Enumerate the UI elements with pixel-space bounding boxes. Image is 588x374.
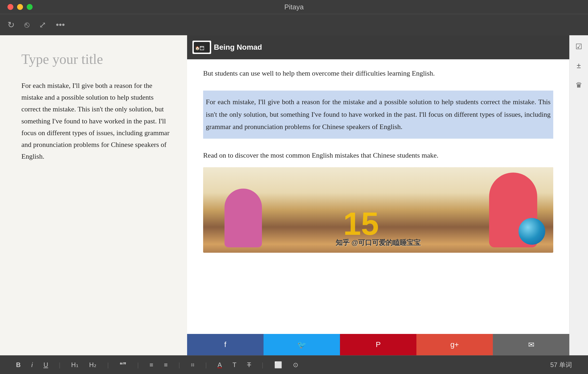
italic-button[interactable]: i bbox=[31, 361, 33, 369]
editor-body-text[interactable]: For each mistake, I'll give both a reaso… bbox=[21, 80, 171, 162]
share-icon[interactable]: ⎋ bbox=[24, 20, 29, 30]
student-figure bbox=[225, 189, 262, 247]
link-button[interactable]: ⌗ bbox=[191, 361, 195, 369]
logo-icon: 🏠👪 bbox=[192, 41, 211, 54]
fullscreen-icon[interactable]: ⤢ bbox=[39, 20, 46, 30]
browser-text-top: But students can use well to help them o… bbox=[203, 59, 553, 85]
browser-pane: 🏠👪 Being Nomad ≡ But students can use we… bbox=[187, 35, 569, 355]
bold-button[interactable]: B bbox=[16, 361, 21, 369]
crown-icon[interactable]: ♛ bbox=[573, 79, 585, 91]
browser-text-bottom: Read on to discover the most common Engl… bbox=[203, 144, 553, 167]
image-button[interactable]: ⬜ bbox=[274, 361, 282, 369]
right-sidebar: ☑ ± ♛ bbox=[569, 35, 588, 355]
email-share-button[interactable]: ✉ bbox=[493, 334, 569, 355]
browser-logo-text: Being Nomad bbox=[214, 43, 262, 52]
twitter-share-button[interactable]: 🐦 bbox=[264, 334, 340, 355]
main-area: Type your title For each mistake, I'll g… bbox=[0, 35, 588, 355]
minimize-button[interactable] bbox=[17, 4, 23, 10]
close-button[interactable] bbox=[7, 4, 13, 10]
editor-title-placeholder[interactable]: Type your title bbox=[21, 51, 171, 67]
text-color-button[interactable]: A bbox=[218, 361, 222, 369]
editor-pane[interactable]: Type your title For each mistake, I'll g… bbox=[0, 35, 187, 355]
window-controls bbox=[7, 4, 33, 10]
pinterest-share-button[interactable]: P bbox=[340, 334, 416, 355]
teacher-scene: 15 知乎 @可口可爱的瞌睡宝宝 bbox=[203, 167, 553, 253]
hamburger-menu-button[interactable]: ≡ bbox=[559, 190, 564, 201]
maximize-button[interactable] bbox=[27, 4, 33, 10]
facebook-share-button[interactable]: f bbox=[187, 334, 264, 355]
highlighted-paragraph: For each mistake, I'll give both a reaso… bbox=[203, 91, 553, 139]
font-T-button[interactable]: T bbox=[233, 361, 237, 369]
toolbar: ↻ ⎋ ⤢ ••• bbox=[0, 14, 588, 35]
h1-button[interactable]: H₁ bbox=[71, 361, 78, 369]
browser-logo: 🏠👪 Being Nomad bbox=[192, 41, 262, 54]
checkbox-icon[interactable]: ☑ bbox=[573, 41, 585, 52]
more-icon[interactable]: ••• bbox=[56, 20, 65, 30]
app-title: Pitaya bbox=[284, 3, 304, 11]
clock-button[interactable]: ⊙ bbox=[293, 361, 298, 369]
zhihu-watermark: 知乎 @可口可爱的瞌睡宝宝 bbox=[336, 238, 421, 247]
globe bbox=[519, 218, 545, 245]
social-bar: f 🐦 P g+ ✉ bbox=[187, 334, 569, 355]
svg-text:🏠👪: 🏠👪 bbox=[195, 46, 204, 50]
browser-nav: 🏠👪 Being Nomad ≡ bbox=[187, 35, 569, 59]
list-number-button[interactable]: ≡ bbox=[164, 361, 168, 369]
browser-content-area[interactable]: But students can use well to help them o… bbox=[187, 59, 569, 326]
title-bar: Pitaya bbox=[0, 0, 588, 14]
quote-button[interactable]: ❝❞ bbox=[119, 361, 126, 369]
google-plus-share-button[interactable]: g+ bbox=[416, 334, 493, 355]
strikethrough-button[interactable]: T bbox=[247, 361, 251, 369]
underline-button[interactable]: U bbox=[44, 361, 48, 369]
article-image: 15 知乎 @可口可爱的瞌睡宝宝 bbox=[203, 167, 553, 253]
word-count[interactable]: 57 单词 bbox=[550, 361, 572, 369]
plus-minus-icon[interactable]: ± bbox=[573, 60, 585, 72]
status-bar: B i U | H₁ H₂ | ❝❞ | ≡ ≡ | ⌗ | A T T | ⬜… bbox=[0, 355, 588, 374]
h2-button[interactable]: H₂ bbox=[89, 361, 96, 369]
list-bullet-button[interactable]: ≡ bbox=[149, 361, 153, 369]
refresh-icon[interactable]: ↻ bbox=[7, 20, 15, 30]
number-overlay: 15 bbox=[343, 205, 379, 242]
